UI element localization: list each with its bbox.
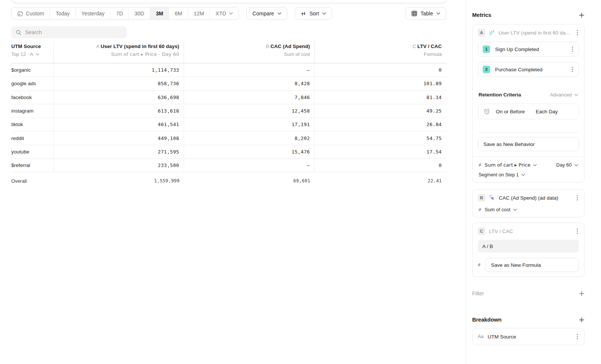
sort-arrows-icon	[301, 11, 306, 16]
range-xtd[interactable]: XTD	[210, 8, 239, 20]
number-type-icon: #	[479, 162, 481, 168]
criteria-when-select[interactable]: On or Before	[496, 109, 525, 114]
query-sidebar: Metrics A User LTV (spend in first 60 da…	[466, 0, 601, 364]
table-grid-icon	[411, 11, 417, 17]
criteria-unit-select[interactable]: Each Day	[536, 109, 558, 114]
range-7d[interactable]: 7D	[110, 8, 128, 20]
kebab-menu-icon[interactable]	[576, 194, 579, 202]
table-row[interactable]: $referral 233,500 – 0	[11, 159, 446, 172]
save-as-new-behavior-button[interactable]: Save as New Behavior	[478, 137, 579, 151]
header-metric-b[interactable]: BCAC (Ad Spend) Sum of cost	[184, 41, 315, 63]
alarm-clock-icon	[483, 108, 490, 115]
metric-c-title[interactable]: LTV / CAC	[489, 229, 572, 234]
retention-criteria-header: Retention Criteria Advanced	[478, 92, 579, 98]
chevron-down-icon	[533, 164, 537, 166]
breakdown-title: Breakdown	[472, 317, 501, 323]
chevron-down-icon	[574, 164, 578, 166]
chevron-down-icon	[322, 12, 326, 15]
save-as-new-formula-button[interactable]: Save as New Formula	[485, 258, 579, 272]
retention-criteria-title: Retention Criteria	[479, 92, 521, 98]
kebab-menu-icon[interactable]	[576, 333, 579, 340]
range-6m[interactable]: 6M	[169, 8, 187, 20]
chevron-down-icon	[229, 12, 233, 15]
metric-b-card: B CAC (Ad Spend) (ad data) # Sum of cost	[472, 189, 584, 217]
search-icon	[16, 30, 21, 35]
aggregation-dropdown[interactable]: Sum of cart ▸ Price	[485, 162, 537, 168]
kebab-menu-icon[interactable]	[571, 66, 574, 73]
divider	[473, 156, 584, 157]
kebab-menu-icon[interactable]	[576, 227, 579, 235]
table-row[interactable]: google ads 858,736 8,428 101.89	[11, 77, 446, 90]
metric-a-card: A User LTV (spend in first 60 da... 1 Si…	[472, 24, 584, 182]
funnel-step-2[interactable]: 2 Purchase Completed	[478, 62, 579, 77]
table-row[interactable]: tiktok 461,541 17,191 26.84	[11, 118, 446, 131]
chevron-down-icon	[521, 174, 525, 176]
range-yesterday[interactable]: Yesterday	[76, 8, 110, 20]
results-table: UTM Source Top 12 · A AUser LTV (spend i…	[11, 41, 446, 190]
retention-mode-dropdown[interactable]: Advanced	[550, 92, 578, 98]
search-box[interactable]	[11, 26, 127, 38]
toolbar: Custom Today Yesterday 7D 30D 3M 6M 12M …	[11, 7, 446, 20]
aggregation-row: # Sum of cost	[478, 207, 579, 212]
sort-button[interactable]: Sort	[295, 7, 332, 20]
step-1-badge: 1	[483, 45, 490, 53]
chevron-down-icon	[436, 12, 440, 15]
filter-title: Filter	[472, 290, 484, 296]
table-row[interactable]: $organic 1,114,733 – 0	[11, 63, 446, 77]
range-30d[interactable]: 30D	[128, 8, 150, 20]
step-1-label: Sign Up Completed	[495, 47, 566, 52]
kebab-menu-icon[interactable]	[571, 45, 574, 53]
metric-a-title[interactable]: User LTV (spend in first 60 da...	[498, 30, 572, 36]
calendar-icon	[17, 11, 23, 17]
text-property-icon: Aa	[478, 334, 483, 339]
metric-c-card: C LTV / CAC A / B # Save as New Formula	[472, 223, 584, 277]
aggregation-dropdown[interactable]: Sum of cost	[485, 207, 517, 212]
chevron-down-icon	[574, 94, 578, 96]
range-3m-selected[interactable]: 3M	[150, 8, 169, 20]
compare-button[interactable]: Compare	[246, 7, 287, 20]
breakdown-label: UTM Source	[488, 334, 572, 340]
formula-input[interactable]: A / B	[478, 240, 579, 253]
metric-b-title[interactable]: CAC (Ad Spend) (ad data)	[499, 195, 572, 201]
step-2-label: Purchase Completed	[495, 67, 566, 72]
add-filter-button[interactable]	[579, 291, 584, 296]
view-table-button[interactable]: Table	[405, 7, 446, 20]
range-custom[interactable]: Custom	[12, 8, 50, 20]
table-row[interactable]: instagram 613,618 12,458 49.25	[11, 104, 446, 118]
number-type-icon: #	[479, 207, 481, 212]
funnel-step-1[interactable]: 1 Sign Up Completed	[478, 42, 579, 57]
cursor-click-icon	[489, 195, 495, 201]
metrics-section-header: Metrics	[472, 12, 584, 18]
metric-b-badge: B	[478, 194, 485, 202]
behavior-dots-icon	[489, 30, 495, 36]
search-input[interactable]	[25, 29, 122, 35]
metric-c-badge: C	[478, 227, 485, 235]
table-overall-row: Overall 1,559,999 69,601 22.41	[11, 172, 446, 190]
table-row[interactable]: reddit 449,108 8,202 54.75	[11, 131, 446, 145]
kebab-menu-icon[interactable]	[576, 29, 579, 36]
breakdown-utm-source[interactable]: Aa UTM Source	[472, 328, 584, 345]
number-type-icon: #	[478, 262, 480, 268]
metrics-title: Metrics	[472, 12, 491, 18]
chevron-down-icon[interactable]	[36, 53, 39, 56]
aggregation-row: # Sum of cart ▸ Price Day 60	[478, 162, 579, 168]
header-metric-c[interactable]: CLTV / CAC Formula	[315, 41, 446, 63]
add-metric-button[interactable]	[579, 12, 584, 18]
step-2-badge: 2	[483, 66, 490, 73]
chevron-down-icon	[278, 12, 281, 15]
table-row[interactable]: facebook 636,698 7,846 81.14	[11, 91, 446, 104]
range-12m[interactable]: 12M	[188, 8, 210, 20]
chevron-down-icon	[513, 209, 517, 211]
segment-on-step-dropdown[interactable]: Segment on Step 1	[478, 172, 579, 177]
divider	[478, 132, 579, 132]
add-breakdown-button[interactable]	[579, 317, 584, 323]
range-today[interactable]: Today	[50, 8, 75, 20]
date-range-segmented-control: Custom Today Yesterday 7D 30D 3M 6M 12M …	[11, 7, 239, 20]
table-row[interactable]: youtube 271,595 15,476 17.54	[11, 145, 446, 159]
table-header-row: UTM Source Top 12 · A AUser LTV (spend i…	[11, 41, 446, 63]
header-metric-a[interactable]: AUser LTV (spend in first 60 days) Sum o…	[54, 41, 184, 63]
range-label: Custom	[26, 11, 44, 17]
filter-section-header: Filter	[472, 290, 584, 296]
header-utm-source[interactable]: UTM Source Top 12 · A	[11, 41, 54, 63]
day-range-dropdown[interactable]: Day 60	[556, 162, 578, 168]
